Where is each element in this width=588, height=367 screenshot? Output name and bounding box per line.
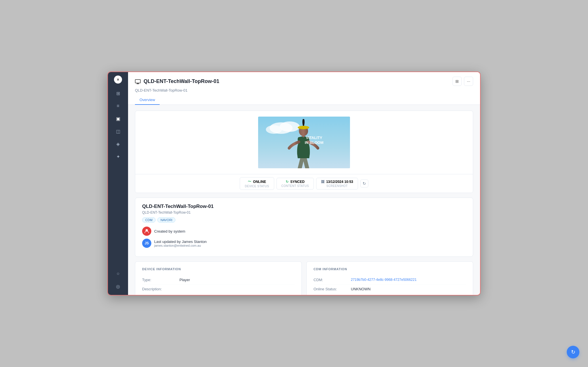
online-label: ONLINE [253,180,266,184]
description-label: Description: [142,287,179,291]
fab-button[interactable]: ↻ [567,346,579,358]
screenshot-badge-top: 🖼 13/12/2024 10:53 [321,180,353,184]
created-by-row: Created by system [142,227,466,236]
tags-row: CDM NAVORI [142,217,466,223]
content-status-label: CONTENT STATUS [281,184,309,188]
svg-text:VITALITY: VITALITY [306,136,322,140]
type-value: Player [179,278,190,282]
info-card: QLD-ENT-TechWall-TopRow-01 QLD-ENT-TechW… [135,198,473,257]
cdm-info-title: CDM INFORMATION [314,267,466,271]
close-button[interactable]: × [114,76,122,84]
system-avatar [142,227,151,236]
device-description-row: Description: [142,285,295,294]
sidebar-icon-list[interactable]: ≡ [113,101,123,111]
tag-cdm: CDM [142,217,156,223]
main-content: QLD-ENT-TechWall-TopRow-01 ⊞ ··· QLD-ENT… [128,72,480,295]
online-status-value: UNKNOWN [351,287,371,291]
js-avatar: JS [142,239,151,248]
device-icon [135,79,141,83]
online-status-row: Online Status: UNKNOWN [314,285,466,294]
sidebar-icon-circle[interactable]: ◎ [113,281,123,291]
cdm-link[interactable]: 2719b7b0-4277-4e8c-9968-4727e5066221 [351,278,417,282]
updated-by-info: Last updated by James Stanton james.stan… [154,239,207,247]
grid-view-button[interactable]: ⊞ [452,77,462,86]
refresh-button[interactable]: ↻ [360,179,368,188]
svg-point-3 [266,125,282,134]
details-grid: DEVICE INFORMATION Type: Player Descript… [135,261,473,295]
screenshot-label-sub: SCREENSHOT [326,184,348,188]
tag-navori: NAVORI [157,217,175,223]
avatar-initials: JS [145,241,149,245]
device-info-section: DEVICE INFORMATION Type: Player Descript… [135,261,302,295]
updated-by-label: Last updated by James Stanton [154,239,207,244]
info-card-title: QLD-ENT-TechWall-TopRow-01 [142,204,466,209]
header-title-row: QLD-ENT-TechWall-TopRow-01 ⊞ ··· [135,77,473,86]
updated-by-email: james.stanton@entwined.com.au [154,244,207,247]
svg-text:IN BLOOM: IN BLOOM [305,140,324,145]
sidebar-icon-chart[interactable]: ◈ [113,139,123,149]
online-status-badge: 〜 ONLINE DEVICE STATUS [240,177,274,190]
cdm-label: CDM: [314,278,351,282]
status-bar: 〜 ONLINE DEVICE STATUS ↻ SYNCED CONTENT … [135,174,473,193]
synced-badge-top: ↻ SYNCED [286,180,305,184]
header-title-left: QLD-ENT-TechWall-TopRow-01 [135,78,219,84]
sync-icon: ↻ [286,180,289,184]
more-options-button[interactable]: ··· [464,77,473,86]
created-by-label: Created by system [154,229,185,233]
tabs-row: Overview [135,95,473,105]
sidebar: × ⊞ ≡ ▣ ◫ ◈ ✦ ○ ◎ [108,72,128,295]
screenshot-status-badge: 🖼 13/12/2024 10:53 SCREENSHOT [316,178,358,190]
info-card-subtitle: QLD-ENT-TechWall-TopRow-01 [142,210,466,215]
sidebar-icon-monitor[interactable]: ▣ [113,113,123,124]
updated-by-row: JS Last updated by James Stanton james.s… [142,239,466,248]
preview-card: VITALITY IN BLOOM 〜 ONLINE DEVICE STATUS [135,111,473,193]
cdm-row: CDM: 2719b7b0-4277-4e8c-9968-4727e506622… [314,275,466,285]
created-by-info: Created by system [154,229,185,233]
device-status-label: DEVICE STATUS [245,185,269,188]
body-content: VITALITY IN BLOOM 〜 ONLINE DEVICE STATUS [128,105,480,295]
device-info-title: DEVICE INFORMATION [142,267,295,271]
sidebar-icon-layers[interactable]: ◫ [113,126,123,136]
synced-status-badge: ↻ SYNCED CONTENT STATUS [276,178,314,190]
svg-point-2 [280,121,300,132]
cdm-info-section: CDM INFORMATION CDM: 2719b7b0-4277-4e8c-… [306,261,473,295]
last-online-row: Last Online: 24/08/2024 08:43 [314,294,466,295]
online-status-label: Online Status: [314,287,351,291]
device-type-row: Type: Player [142,275,295,285]
screenshot-label: 13/12/2024 10:53 [326,180,353,184]
sidebar-icon-star[interactable]: ✦ [113,151,123,162]
header-actions: ⊞ ··· [452,77,473,86]
header: QLD-ENT-TechWall-TopRow-01 ⊞ ··· QLD-ENT… [128,72,480,105]
preview-image: VITALITY IN BLOOM [258,117,350,168]
online-badge-top: 〜 ONLINE [248,179,266,184]
sidebar-icon-user[interactable]: ○ [113,269,123,279]
device-name: QLD-ENT-TechWall-TopRow-01 [144,78,219,84]
app-window: × ⊞ ≡ ▣ ◫ ◈ ✦ ○ ◎ QLD-ENT-TechWall-TopRo… [107,72,481,295]
type-label: Type: [142,278,179,282]
sidebar-icon-grid[interactable]: ⊞ [113,88,123,98]
tab-overview[interactable]: Overview [135,95,160,105]
fab-icon: ↻ [571,349,575,355]
header-subtitle: QLD-ENT-TechWall-TopRow-01 [135,88,473,92]
synced-label: SYNCED [290,180,305,184]
image-icon: 🖼 [321,180,324,184]
wifi-icon: 〜 [248,179,251,184]
device-position-row: Position: 0 [142,294,295,295]
